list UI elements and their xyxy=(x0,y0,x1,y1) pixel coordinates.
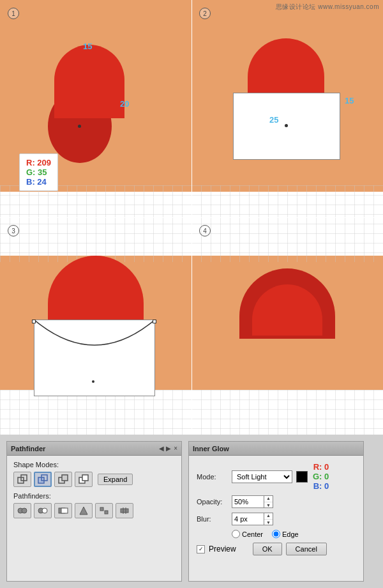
svg-rect-5 xyxy=(62,475,68,481)
shape-modes-row: Expand xyxy=(13,472,175,487)
panel-2: 2 25 15 xyxy=(192,0,383,217)
pathfinder-btn-3[interactable] xyxy=(54,503,72,518)
svg-rect-16 xyxy=(105,511,108,514)
blur-down[interactable]: ▼ xyxy=(264,520,273,526)
p1-dim-top: 15 xyxy=(83,42,92,51)
blur-label: Blur: xyxy=(197,515,232,523)
shape-mode-btn-1[interactable] xyxy=(13,472,31,487)
p2-center-dot xyxy=(285,124,288,127)
inner-glow-body: Mode: Soft Light R: 0 G: 0 B: 0 Opacity:… xyxy=(189,456,363,566)
opacity-row: Opacity: 50% ▲ ▼ xyxy=(197,495,356,508)
inner-glow-title: Inner Glow xyxy=(193,445,229,453)
pathfinder-btn-6[interactable] xyxy=(116,503,133,518)
opacity-spinner[interactable]: 50% ▲ ▼ xyxy=(232,495,273,508)
mode-row: Mode: Soft Light R: 0 G: 0 B: 0 xyxy=(197,462,356,491)
ig-rgb-b: B: 0 xyxy=(313,481,329,491)
p3-anchor-left xyxy=(32,320,36,323)
tutorial-area: 1 15 20 R: 209 G: 35 B: 24 2 25 15 3 xyxy=(0,0,383,435)
svg-point-11 xyxy=(42,508,47,513)
radio-center[interactable]: Center xyxy=(232,530,263,538)
pathfinders-label: Pathfinders: xyxy=(13,492,175,500)
p2-semicircle xyxy=(248,38,324,89)
opacity-down[interactable]: ▼ xyxy=(264,502,273,509)
p1-rgb-g: G: 35 xyxy=(26,167,51,177)
blur-row: Blur: 4 px ▲ ▼ xyxy=(197,513,356,525)
svg-marker-14 xyxy=(80,507,87,514)
blur-spinner[interactable]: 4 px ▲ ▼ xyxy=(232,513,273,525)
p2-dim-right: 15 xyxy=(345,96,354,105)
p1-dim-right: 20 xyxy=(120,99,129,109)
pathfinder-titlebar: Pathfinder ◀ ▶ × xyxy=(7,442,181,456)
svg-rect-15 xyxy=(100,507,103,511)
pathfinder-controls[interactable]: ◀ ▶ × xyxy=(159,445,177,452)
pathfinder-panel: Pathfinder ◀ ▶ × Shape Modes: xyxy=(6,441,182,582)
watermark: 思缘设计论坛 www.missyuan.com xyxy=(276,3,379,12)
p1-semicircle xyxy=(54,45,124,102)
radio-edge[interactable]: Edge xyxy=(272,530,299,538)
p2-rect xyxy=(233,93,340,160)
p1-base xyxy=(54,99,124,118)
ig-rgb-g: G: 0 xyxy=(313,472,329,481)
p1-rgb-b: B: 24 xyxy=(26,177,51,187)
color-swatch[interactable] xyxy=(296,471,308,483)
mode-select[interactable]: Soft Light xyxy=(232,470,292,483)
pathfinder-btn-1[interactable] xyxy=(13,503,31,518)
panel-num-3: 3 xyxy=(8,225,19,236)
opacity-arrows[interactable]: ▲ ▼ xyxy=(264,495,273,508)
opacity-up[interactable]: ▲ xyxy=(264,495,273,502)
ig-rgb-display: R: 0 G: 0 B: 0 xyxy=(313,462,329,491)
svg-rect-7 xyxy=(82,475,88,481)
cancel-button[interactable]: Cancel xyxy=(286,543,327,555)
pathfinder-body: Shape Modes: xyxy=(7,456,181,523)
blur-value: 4 px xyxy=(232,515,264,523)
pathfinder-nav-icons[interactable]: ◀ ▶ xyxy=(159,445,171,452)
p3-center-dot xyxy=(92,380,94,383)
horizontal-divider xyxy=(0,217,383,218)
radio-row: Center Edge xyxy=(232,530,356,538)
inner-glow-panel: Inner Glow Mode: Soft Light R: 0 G: 0 B:… xyxy=(188,441,364,582)
p3-anchor-right xyxy=(153,320,156,323)
preview-label: Preview xyxy=(209,545,236,553)
shape-mode-btn-4[interactable] xyxy=(75,472,93,487)
pathfinder-btn-5[interactable] xyxy=(95,503,113,518)
blur-arrows[interactable]: ▲ ▼ xyxy=(264,513,273,525)
svg-point-9 xyxy=(22,508,27,513)
shape-mode-btn-2[interactable] xyxy=(34,472,52,487)
expand-button[interactable]: Expand xyxy=(98,474,133,485)
opacity-value: 50% xyxy=(232,498,264,506)
blur-up[interactable]: ▲ xyxy=(264,513,273,520)
opacity-label: Opacity: xyxy=(197,498,232,506)
panel-1: 1 15 20 R: 209 G: 35 B: 24 xyxy=(0,0,192,217)
p4-base xyxy=(239,336,335,339)
p3-curve-svg xyxy=(34,320,155,396)
preview-checkbox[interactable] xyxy=(197,545,205,553)
inner-glow-titlebar: Inner Glow xyxy=(189,442,363,456)
edge-label: Edge xyxy=(282,530,299,538)
shape-modes-label: Shape Modes: xyxy=(13,461,175,468)
pathfinder-btn-4[interactable] xyxy=(75,503,93,518)
svg-rect-17 xyxy=(121,509,128,513)
pathfinder-title: Pathfinder xyxy=(11,445,45,453)
mode-label: Mode: xyxy=(197,473,232,481)
pathfinder-close-icon[interactable]: × xyxy=(174,445,177,452)
p2-dim-bottom: 25 xyxy=(269,115,278,125)
panel-num-2: 2 xyxy=(199,8,211,19)
center-label: Center xyxy=(242,530,263,538)
pathfinder-btn-2[interactable] xyxy=(34,503,52,518)
panel-num-4: 4 xyxy=(199,225,211,236)
ig-rgb-r: R: 0 xyxy=(313,462,329,472)
shape-mode-btn-3[interactable] xyxy=(54,472,72,487)
p3-semicircle xyxy=(48,256,144,320)
panel-num-1: 1 xyxy=(8,8,19,19)
svg-rect-13 xyxy=(61,508,68,513)
pathfinders-row xyxy=(13,503,175,518)
p1-rgb-r: R: 209 xyxy=(26,158,51,167)
p1-rgb-box: R: 209 G: 35 B: 24 xyxy=(19,153,58,191)
p1-center-dot xyxy=(78,125,81,128)
ok-button[interactable]: OK xyxy=(253,543,282,555)
bottom-area: Pathfinder ◀ ▶ × Shape Modes: xyxy=(0,435,383,588)
preview-row: Preview OK Cancel xyxy=(197,543,356,555)
